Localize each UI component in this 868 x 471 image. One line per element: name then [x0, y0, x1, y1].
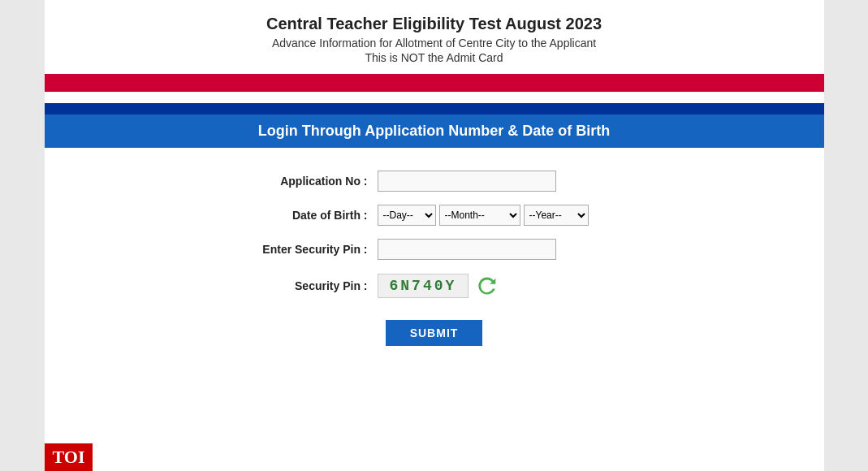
captcha-value: 6N740Y [378, 274, 469, 298]
dob-label: Date of Birth : [223, 209, 378, 222]
captcha-label: Security Pin : [223, 279, 378, 292]
dob-row: Date of Birth : --Day-- 12345 678910 111… [223, 205, 646, 226]
dob-month-select[interactable]: --Month-- JanuaryFebruaryMarch AprilMayJ… [439, 205, 520, 226]
dob-year-select[interactable]: --Year-- 1980198119821983 19841985198619… [524, 205, 589, 226]
login-banner: Login Through Application Number & Date … [45, 115, 824, 148]
captcha-row: Security Pin : 6N740Y [223, 273, 646, 299]
security-pin-input-label: Enter Security Pin : [223, 243, 378, 256]
header-section: Central Teacher Eligibility Test August … [45, 0, 824, 74]
stripe-white [45, 92, 824, 103]
dob-day-select[interactable]: --Day-- 12345 678910 1112131415 16171819… [378, 205, 436, 226]
submit-row: SUBMIT [223, 320, 646, 346]
form-section: Application No : Date of Birth : --Day--… [45, 148, 824, 362]
application-no-row: Application No : [223, 171, 646, 192]
security-pin-input[interactable] [378, 239, 556, 260]
stripe-blue-dark [45, 103, 824, 115]
dob-selects: --Day-- 12345 678910 1112131415 16171819… [378, 205, 589, 226]
page-subtitle: Advance Information for Allotment of Cen… [61, 37, 808, 50]
captcha-display: 6N740Y [378, 273, 502, 299]
submit-button[interactable]: SUBMIT [386, 320, 483, 346]
application-no-input[interactable] [378, 171, 556, 192]
refresh-icon[interactable] [475, 273, 501, 299]
application-no-label: Application No : [223, 175, 378, 188]
stripe-red [45, 74, 824, 92]
page-note: This is NOT the Admit Card [61, 51, 808, 64]
login-banner-text: Login Through Application Number & Date … [258, 123, 610, 139]
page-title: Central Teacher Eligibility Test August … [61, 15, 808, 33]
toi-badge: TOI [45, 443, 93, 471]
security-pin-input-row: Enter Security Pin : [223, 239, 646, 260]
